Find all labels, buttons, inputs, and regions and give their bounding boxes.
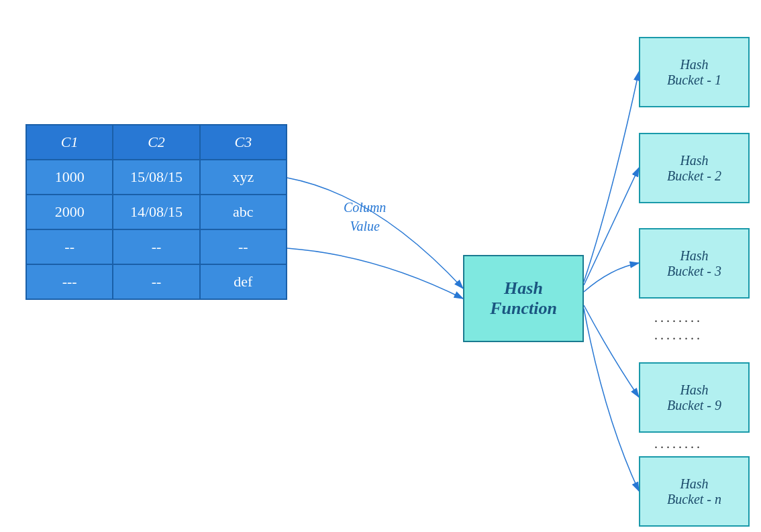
- dots-separator: ........: [654, 310, 703, 325]
- dots-separator: ........: [654, 327, 703, 343]
- table-column-header: C3: [200, 125, 287, 160]
- hash-bucket-box: HashBucket - n: [639, 456, 750, 527]
- hash-bucket-box: HashBucket - 2: [639, 133, 750, 203]
- table-column-header: C1: [26, 125, 113, 160]
- hash-bucket-box: HashBucket - 1: [639, 37, 750, 107]
- table-cell: --: [200, 229, 287, 264]
- table-cell: 14/08/15: [113, 195, 199, 229]
- hash-function-box: HashFunction: [463, 255, 584, 342]
- table-row: ------: [26, 229, 287, 264]
- table-row: 200014/08/15abc: [26, 195, 287, 229]
- table-cell: xyz: [200, 160, 287, 195]
- table-cell: 1000: [26, 160, 113, 195]
- data-table: C1C2C3 100015/08/15xyz200014/08/15abc---…: [26, 124, 287, 300]
- table-cell: --: [113, 229, 199, 264]
- table-row: -----def: [26, 264, 287, 299]
- table-cell: 15/08/15: [113, 160, 199, 195]
- table-cell: --: [26, 229, 113, 264]
- hash-bucket-box: HashBucket - 3: [639, 228, 750, 299]
- dots-separator: ........: [654, 436, 703, 451]
- table-cell: def: [200, 264, 287, 299]
- table-column-header: C2: [113, 125, 199, 160]
- table-cell: abc: [200, 195, 287, 229]
- table-cell: --: [113, 264, 199, 299]
- column-value-label: ColumnValue: [344, 198, 386, 235]
- table-row: 100015/08/15xyz: [26, 160, 287, 195]
- table-cell: ---: [26, 264, 113, 299]
- hash-bucket-box: HashBucket - 9: [639, 362, 750, 433]
- table-cell: 2000: [26, 195, 113, 229]
